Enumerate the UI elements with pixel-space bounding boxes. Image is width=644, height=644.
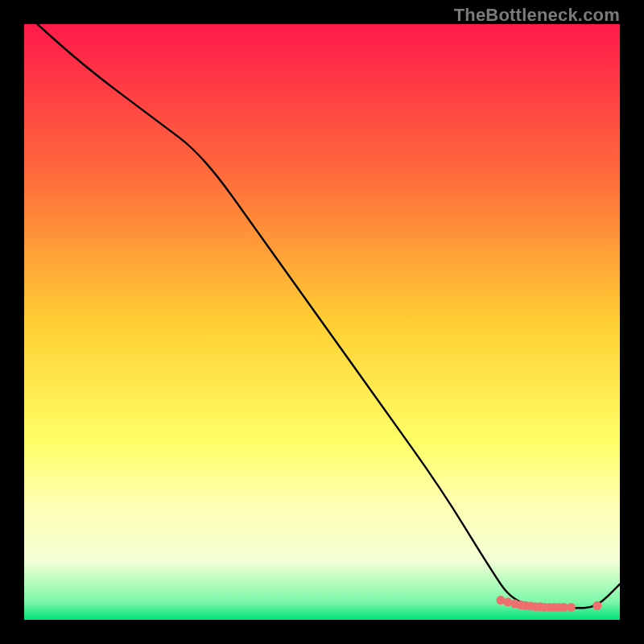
marker-dot	[567, 603, 576, 612]
marker-dot	[592, 601, 601, 610]
chart-svg	[24, 24, 620, 620]
chart-frame: TheBottleneck.com	[0, 0, 644, 644]
plot-area	[24, 24, 620, 620]
watermark-text: TheBottleneck.com	[454, 5, 620, 26]
